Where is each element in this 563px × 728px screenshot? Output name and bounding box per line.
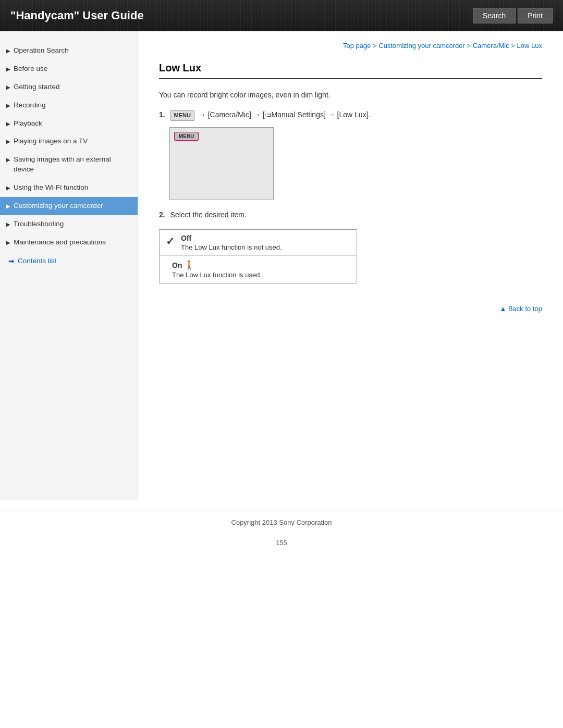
sidebar-item-4[interactable]: ▶Playback bbox=[0, 115, 138, 133]
sidebar-item-2[interactable]: ▶Getting started bbox=[0, 78, 138, 96]
site-title: "Handycam" User Guide bbox=[10, 9, 144, 22]
header: "Handycam" User Guide Search Print bbox=[0, 0, 563, 31]
step-2: 2. Select the desired item. bbox=[159, 211, 542, 219]
main-layout: ▶Operation Search▶Before use▶Getting sta… bbox=[0, 31, 563, 500]
breadcrumb-low-lux: Low Lux bbox=[517, 42, 542, 50]
sidebar-item-0[interactable]: ▶Operation Search bbox=[0, 42, 138, 60]
content-area: Top page > Customizing your camcorder > … bbox=[138, 31, 563, 500]
sidebar-arrow-icon-2: ▶ bbox=[6, 84, 10, 91]
option-label-0: Off bbox=[181, 234, 350, 242]
sidebar-arrow-icon-5: ▶ bbox=[6, 138, 10, 145]
sidebar-arrow-icon-8: ▶ bbox=[6, 203, 10, 210]
search-button[interactable]: Search bbox=[473, 8, 516, 23]
sidebar-item-6[interactable]: ▶Saving images with an external device bbox=[0, 151, 138, 179]
contents-list-label: Contents list bbox=[18, 257, 56, 265]
sidebar-item-label-10: Maintenance and precautions bbox=[14, 238, 106, 248]
step1-content: 1. MENU → [Camera/Mic] → [ᴞManual Settin… bbox=[159, 109, 542, 121]
step1-instruction: → [Camera/Mic] → [ᴞManual Settings] → [L… bbox=[197, 110, 371, 119]
sidebar-item-3[interactable]: ▶Recording bbox=[0, 96, 138, 115]
intro-text: You can record bright color images, even… bbox=[159, 90, 542, 101]
option-text-0: OffThe Low Lux function is not used. bbox=[181, 234, 350, 251]
page-number: 155 bbox=[0, 534, 563, 552]
sidebar-arrow-icon-7: ▶ bbox=[6, 184, 10, 192]
sidebar-item-label-7: Using the Wi-Fi function bbox=[14, 183, 88, 193]
sidebar-arrow-icon-1: ▶ bbox=[6, 66, 10, 73]
page-footer: Copyright 2013 Sony Corporation bbox=[0, 511, 563, 534]
sidebar-arrow-icon-6: ▶ bbox=[6, 156, 10, 164]
breadcrumb-sep2: > bbox=[467, 42, 472, 50]
step1-number: 1. bbox=[159, 110, 165, 119]
sidebar-item-label-1: Before use bbox=[14, 64, 47, 74]
option-text-1: On 🚶The Low Lux function is used. bbox=[172, 260, 350, 279]
camera-preview: MENU bbox=[169, 127, 274, 200]
breadcrumb-sep3: > bbox=[511, 42, 517, 50]
sidebar-arrow-icon-3: ▶ bbox=[6, 102, 10, 109]
breadcrumb-sep1: > bbox=[373, 42, 378, 50]
page-title: Low Lux bbox=[159, 62, 542, 79]
breadcrumb-top-page[interactable]: Top page bbox=[343, 42, 371, 50]
sidebar: ▶Operation Search▶Before use▶Getting sta… bbox=[0, 31, 138, 500]
sidebar-arrow-icon-9: ▶ bbox=[6, 221, 10, 228]
option-desc-1: The Low Lux function is used. bbox=[172, 271, 350, 279]
sidebar-arrow-icon-4: ▶ bbox=[6, 120, 10, 128]
sidebar-item-label-3: Recording bbox=[14, 101, 46, 110]
menu-button-inline: MENU bbox=[170, 110, 194, 121]
sidebar-item-7[interactable]: ▶Using the Wi-Fi function bbox=[0, 179, 138, 197]
breadcrumb: Top page > Customizing your camcorder > … bbox=[159, 42, 542, 50]
sidebar-item-10[interactable]: ▶Maintenance and precautions bbox=[0, 233, 138, 252]
sidebar-item-label-9: Troubleshooting bbox=[14, 219, 64, 229]
back-to-top: ▲ Back to top bbox=[159, 299, 542, 313]
breadcrumb-customizing[interactable]: Customizing your camcorder bbox=[378, 42, 464, 50]
sidebar-arrow-icon-10: ▶ bbox=[6, 239, 10, 246]
option-row-1: On 🚶The Low Lux function is used. bbox=[160, 256, 357, 283]
step-1: 1. MENU → [Camera/Mic] → [ᴞManual Settin… bbox=[159, 109, 542, 200]
sidebar-item-label-8: Customizing your camcorder bbox=[14, 201, 103, 211]
sidebar-item-label-5: Playing images on a TV bbox=[14, 137, 88, 146]
sidebar-arrow-icon-0: ▶ bbox=[6, 47, 10, 55]
option-desc-0: The Low Lux function is not used. bbox=[181, 243, 350, 251]
option-check-0: ✓ bbox=[166, 235, 175, 248]
back-to-top-link[interactable]: ▲ Back to top bbox=[499, 305, 542, 313]
sidebar-item-1[interactable]: ▶Before use bbox=[0, 60, 138, 78]
step2-instruction: Select the desired item. bbox=[170, 211, 247, 219]
breadcrumb-camera-mic[interactable]: Camera/Mic bbox=[473, 42, 509, 50]
print-button[interactable]: Print bbox=[518, 8, 553, 23]
option-row-0: ✓OffThe Low Lux function is not used. bbox=[160, 230, 357, 256]
options-table: ✓OffThe Low Lux function is not used.On … bbox=[159, 229, 357, 283]
contents-list-link[interactable]: ➡ Contents list bbox=[0, 252, 138, 270]
step2-number: 2. bbox=[159, 211, 165, 219]
camera-menu-icon: MENU bbox=[174, 132, 199, 141]
copyright-text: Copyright 2013 Sony Corporation bbox=[231, 519, 332, 526]
sidebar-item-label-2: Getting started bbox=[14, 82, 60, 92]
sidebar-item-9[interactable]: ▶Troubleshooting bbox=[0, 215, 138, 233]
contents-arrow-icon: ➡ bbox=[8, 257, 15, 265]
sidebar-item-5[interactable]: ▶Playing images on a TV bbox=[0, 132, 138, 151]
sidebar-item-label-6: Saving images with an external device bbox=[14, 155, 129, 175]
option-label-1: On 🚶 bbox=[172, 260, 350, 270]
sidebar-item-8[interactable]: ▶Customizing your camcorder bbox=[0, 197, 138, 215]
header-buttons: Search Print bbox=[473, 8, 553, 23]
sidebar-item-label-4: Playback bbox=[14, 119, 42, 129]
sidebar-item-label-0: Operation Search bbox=[14, 46, 69, 56]
